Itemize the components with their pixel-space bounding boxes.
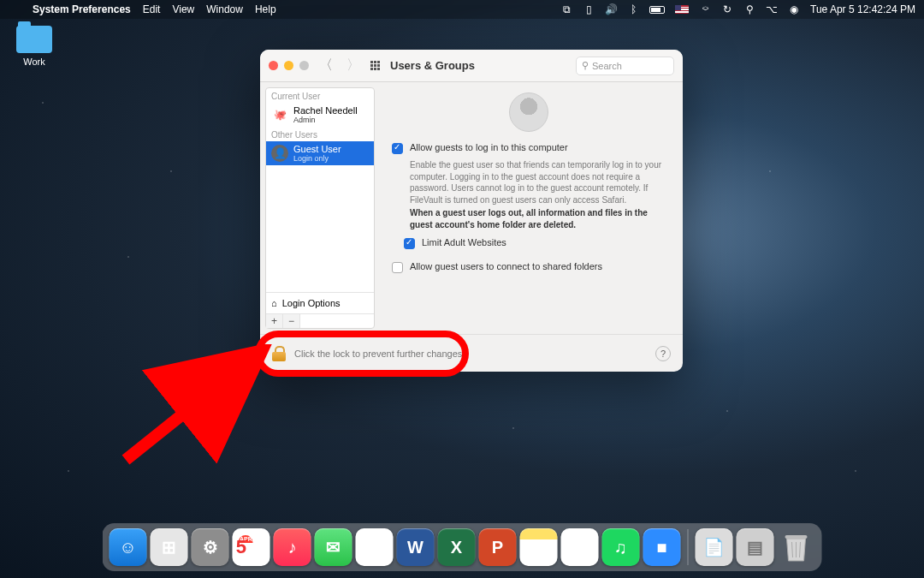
- other-users-heading: Other Users: [266, 127, 374, 141]
- dock-app-launchpad[interactable]: ⊞: [151, 528, 188, 566]
- dock-app-system-preferences[interactable]: ⚙: [192, 528, 229, 566]
- svg-line-0: [126, 357, 254, 460]
- minimize-button[interactable]: [284, 61, 293, 70]
- allow-guests-desc: Enable the guest user so that friends ca…: [410, 159, 666, 206]
- dock-app-music[interactable]: ♪: [274, 528, 311, 566]
- shared-folders-checkbox[interactable]: [392, 262, 403, 273]
- dock-app-chrome[interactable]: ◎: [356, 528, 394, 566]
- dock-app-word[interactable]: W: [397, 528, 435, 566]
- volume-icon[interactable]: 🔊: [605, 3, 617, 15]
- current-user-name: Rachel Needell: [293, 105, 358, 116]
- zoom-button[interactable]: [299, 61, 309, 70]
- allow-guests-checkbox[interactable]: [392, 143, 403, 154]
- dropbox-icon[interactable]: ⧉: [560, 3, 572, 15]
- menubar-datetime[interactable]: Tue Apr 5 12:42:24 PM: [810, 3, 915, 15]
- siri-icon[interactable]: ◉: [788, 3, 800, 15]
- dock-app-powerpoint[interactable]: P: [479, 528, 517, 566]
- users-groups-window: 〈 〉 Users & Groups ⚲ Search Current User…: [260, 50, 683, 372]
- user-detail-panel: Allow guests to log in to this computer …: [375, 82, 683, 334]
- dock-recent[interactable]: ▤: [737, 528, 774, 566]
- guest-user-name: Guest User: [293, 144, 341, 154]
- desktop-folder-work[interactable]: Work: [9, 26, 60, 67]
- limit-adult-label: Limit Adult Websites: [422, 237, 506, 247]
- apple-menu-icon[interactable]: [9, 3, 21, 15]
- dock-app-calendar[interactable]: APR5: [233, 528, 270, 566]
- dock-app-excel[interactable]: X: [438, 528, 476, 566]
- guest-user-role: Login only: [293, 154, 341, 163]
- dock-app-spotify[interactable]: ♫: [602, 528, 640, 566]
- window-footer: Click the lock to prevent further change…: [260, 334, 683, 372]
- add-remove-bar: + −: [266, 313, 374, 328]
- menubar: System Preferences Edit View Window Help…: [0, 0, 924, 19]
- limit-adult-checkbox[interactable]: [404, 238, 415, 249]
- svg-rect-1: [785, 535, 808, 539]
- add-user-button[interactable]: +: [266, 314, 283, 328]
- control-center-icon[interactable]: ⌥: [766, 3, 778, 15]
- bluetooth-icon[interactable]: ᛒ: [627, 3, 639, 15]
- search-placeholder: Search: [592, 61, 622, 71]
- dock: ☺⊞⚙APR5♪✉◎WXP✱♫■ 📄 ▤: [103, 523, 822, 571]
- app-menu[interactable]: System Preferences: [33, 3, 131, 15]
- menu-window[interactable]: Window: [206, 3, 243, 15]
- desktop-folder-label: Work: [9, 57, 60, 67]
- spotlight-icon[interactable]: ⚲: [743, 3, 755, 15]
- dock-app-messages[interactable]: ✉: [315, 528, 352, 566]
- forward-button[interactable]: 〉: [343, 57, 364, 74]
- menu-edit[interactable]: Edit: [143, 3, 161, 15]
- shared-folders-label: Allow guest users to connect to shared f…: [410, 261, 602, 271]
- wifi-icon[interactable]: ⌔: [699, 3, 711, 15]
- large-avatar-icon[interactable]: [509, 92, 548, 132]
- current-user-heading: Current User: [266, 88, 374, 103]
- window-title: Users & Groups: [390, 59, 475, 72]
- annotation-arrow: [113, 344, 275, 473]
- dock-app-slack[interactable]: ✱: [561, 528, 599, 566]
- search-field[interactable]: ⚲ Search: [576, 57, 674, 75]
- time-machine-icon[interactable]: ↻: [721, 3, 733, 15]
- search-icon: ⚲: [582, 60, 589, 71]
- close-button[interactable]: [269, 61, 278, 70]
- allow-guests-label: Allow guests to log in to this computer: [410, 142, 568, 152]
- dock-downloads[interactable]: 📄: [696, 528, 733, 566]
- input-source-icon[interactable]: [675, 5, 689, 14]
- users-sidebar: Current User 🐙 Rachel Needell Admin Othe…: [265, 87, 375, 329]
- keychain-icon[interactable]: ▯: [583, 3, 595, 15]
- dock-app-finder[interactable]: ☺: [110, 528, 147, 566]
- window-titlebar: 〈 〉 Users & Groups ⚲ Search: [260, 50, 683, 82]
- menu-view[interactable]: View: [172, 3, 194, 15]
- back-button[interactable]: 〈: [316, 57, 336, 74]
- folder-icon: [16, 26, 52, 53]
- show-all-icon[interactable]: [370, 61, 380, 70]
- avatar-icon: 🐙: [271, 106, 288, 123]
- dock-app-notes[interactable]: [520, 528, 558, 566]
- login-options-label: Login Options: [282, 298, 341, 308]
- dock-trash[interactable]: [778, 528, 815, 566]
- lock-icon[interactable]: [272, 346, 286, 361]
- remove-user-button[interactable]: −: [283, 314, 300, 328]
- current-user-role: Admin: [293, 116, 358, 124]
- dock-app-zoom[interactable]: ■: [643, 528, 681, 566]
- battery-icon[interactable]: [649, 6, 665, 14]
- sidebar-guest-user[interactable]: 👤 Guest User Login only: [266, 141, 374, 165]
- avatar-icon: 👤: [271, 145, 288, 162]
- allow-guests-bold: When a guest user logs out, all informat…: [410, 207, 666, 230]
- menu-help[interactable]: Help: [255, 3, 276, 15]
- house-icon: ⌂: [271, 298, 277, 308]
- lock-text: Click the lock to prevent further change…: [294, 349, 465, 359]
- help-button[interactable]: ?: [655, 346, 671, 361]
- login-options-button[interactable]: ⌂ Login Options: [266, 292, 374, 313]
- sidebar-current-user[interactable]: 🐙 Rachel Needell Admin: [266, 103, 374, 127]
- dock-separator: [688, 529, 689, 565]
